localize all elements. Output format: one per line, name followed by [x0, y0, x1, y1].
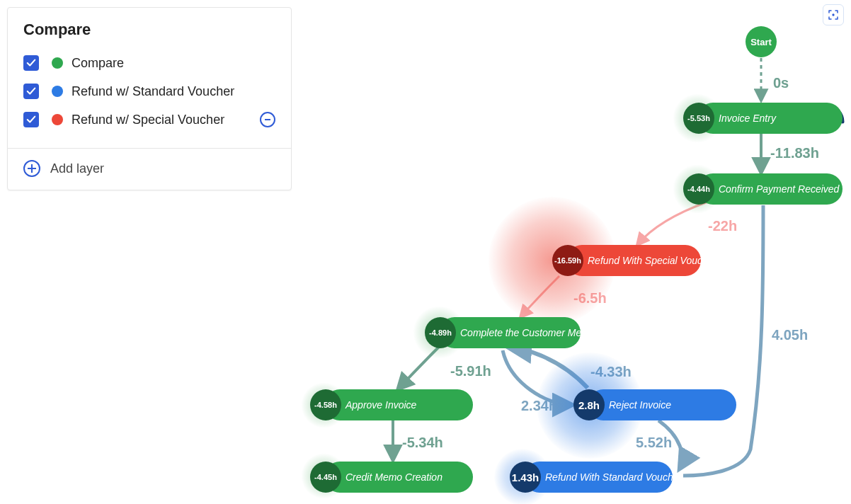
layer-row-standard: Refund w/ Standard Voucher — [23, 77, 275, 105]
badge: 1.43h — [510, 462, 541, 493]
node-label: Reject Invoice — [609, 399, 671, 411]
plus-icon — [23, 160, 40, 177]
remove-layer-button[interactable] — [260, 112, 275, 127]
node-label: Refund With Special Voucher — [588, 255, 716, 266]
check-icon — [26, 115, 36, 125]
layer-label: Refund w/ Special Voucher — [72, 113, 260, 127]
layer-color-dot — [52, 86, 63, 97]
edgelabel-memo-approve: -5.91h — [450, 363, 491, 379]
layer-list: Compare Refund w/ Standard Voucher Refun… — [8, 49, 291, 141]
badge: -4.44h — [683, 173, 714, 205]
badge: -5.53h — [683, 103, 714, 134]
node-start-label: Start — [750, 37, 772, 47]
node-start[interactable]: Start — [746, 26, 777, 57]
node-label: Credit Memo Creation — [345, 471, 442, 483]
node-reject-invoice[interactable]: 2.8h Reject Invoice — [588, 389, 736, 420]
node-approve-invoice[interactable]: -4.58h Approve Invoice — [324, 389, 473, 420]
layer-row-compare: Compare — [23, 49, 275, 77]
node-label: Refund With Standard Voucher — [545, 471, 682, 483]
checkbox-compare[interactable] — [23, 55, 39, 71]
node-invoice-entry[interactable]: -5.53h Invoice Entry — [697, 103, 843, 134]
capture-icon — [827, 8, 840, 21]
node-complete-memo[interactable]: -4.89h Complete the Customer Memo — [439, 317, 581, 348]
badge: -4.45h — [310, 462, 341, 493]
check-icon — [26, 86, 36, 96]
capture-button[interactable] — [823, 4, 844, 25]
layer-color-dot — [52, 114, 63, 125]
svg-point-0 — [832, 13, 834, 16]
layer-color-dot — [52, 57, 63, 69]
edgelabel-reject-standard: 5.52h — [636, 435, 672, 451]
edgelabel-confirm-reject: 4.05h — [772, 327, 808, 343]
node-refund-standard[interactable]: 1.43h Refund With Standard Voucher — [524, 462, 673, 493]
edgelabel-confirm-special: -22h — [708, 218, 737, 234]
edgelabel-approve-credit: -5.34h — [402, 435, 443, 451]
node-confirm-payment[interactable]: -4.44h Confirm Payment Received — [697, 173, 843, 205]
layer-label: Refund w/ Standard Voucher — [72, 84, 275, 99]
node-refund-special[interactable]: -16.59h Refund With Special Voucher — [566, 245, 701, 276]
add-layer-button[interactable]: Add layer — [8, 149, 291, 190]
node-label: Confirm Payment Received — [719, 183, 839, 195]
panel-title: Compare — [8, 8, 291, 49]
badge: -16.59h — [552, 245, 583, 276]
compare-panel: Compare Compare Refund w/ Standard Vouch… — [7, 7, 292, 190]
badge: -4.58h — [310, 389, 341, 420]
minus-icon — [265, 119, 270, 120]
node-label: Invoice Entry — [719, 113, 776, 124]
check-icon — [26, 58, 36, 68]
edgelabel-start-invoice: 0s — [773, 75, 789, 91]
layer-label: Compare — [72, 56, 275, 71]
node-credit-memo[interactable]: -4.45h Credit Memo Creation — [324, 462, 473, 493]
add-layer-label: Add layer — [50, 161, 104, 176]
badge: 2.8h — [573, 389, 605, 420]
layer-row-special: Refund w/ Special Voucher — [23, 105, 275, 134]
node-label: Complete the Customer Memo — [460, 327, 595, 338]
badge: -4.89h — [425, 317, 456, 348]
node-label: Approve Invoice — [345, 399, 416, 411]
checkbox-standard[interactable] — [23, 84, 39, 99]
checkbox-special[interactable] — [23, 112, 39, 127]
edgelabel-invoice-confirm: -11.83h — [770, 145, 819, 161]
